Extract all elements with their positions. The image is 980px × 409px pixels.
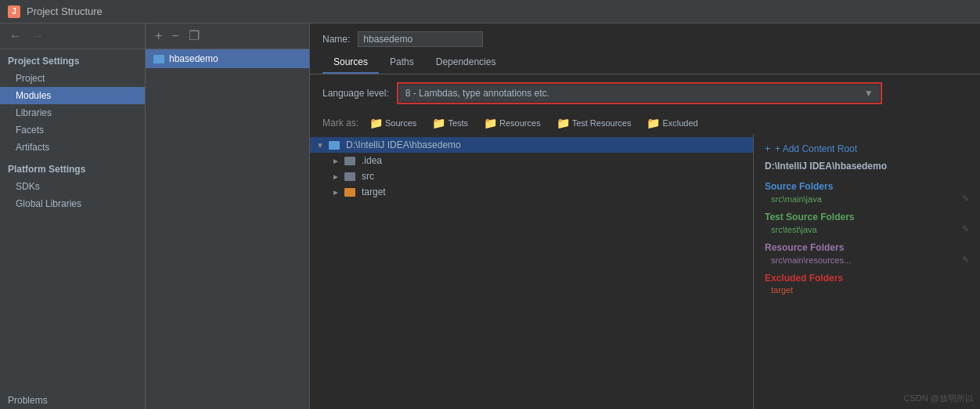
sidebar: ← → Project Settings Project Modules Lib… [0, 24, 146, 409]
app-icon: J [8, 5, 20, 18]
nav-forward-button[interactable]: → [28, 28, 47, 44]
title-bar: J Project Structure [0, 0, 980, 24]
sidebar-item-global-libraries[interactable]: Global Libraries [0, 195, 145, 212]
language-level-selector[interactable]: 8 - Lambdas, type annotations etc. ▼ [397, 82, 882, 104]
folder-src-icon [344, 172, 355, 181]
tree-item-target[interactable]: ► target [310, 184, 753, 200]
folder-target-icon [344, 188, 355, 197]
test-source-folders-title: Test Source Folders [765, 212, 969, 223]
nav-back-button[interactable]: ← [6, 28, 25, 44]
folder-idea-icon [344, 157, 355, 165]
excluded-path: target [765, 285, 969, 295]
module-entry[interactable]: hbasedemo [146, 49, 309, 68]
sidebar-nav: ← → [0, 24, 145, 49]
mark-sources-button[interactable]: 📁 Sources [365, 115, 421, 131]
resource-path: src\main\resources... ✎ [765, 255, 969, 265]
source-folders-path: src\main\java ✎ [765, 194, 969, 204]
module-panel: + − ❐ hbasedemo [146, 24, 310, 409]
copy-module-button[interactable]: ❐ [186, 28, 203, 44]
tabs-row: Sources Paths Dependencies [310, 52, 980, 74]
tree-item-idea[interactable]: ► .idea [310, 153, 753, 168]
folder-tests-icon: 📁 [432, 117, 445, 129]
folder-excluded-icon: 📁 [647, 117, 660, 129]
add-module-button[interactable]: + [152, 28, 165, 44]
mark-test-resources-button[interactable]: 📁 Test Resources [552, 115, 636, 131]
tree-item-root[interactable]: ▼ D:\IntelliJ IDEA\hbasedemo [310, 137, 753, 153]
info-root-path: D:\IntelliJ IDEA\hbasedemo [765, 161, 969, 172]
source-tree: ▼ D:\IntelliJ IDEA\hbasedemo ► .idea [310, 134, 753, 409]
remove-module-button[interactable]: − [168, 28, 182, 44]
sidebar-item-project[interactable]: Project [0, 70, 145, 87]
test-source-path: src\test\java ✎ [765, 224, 969, 234]
name-label: Name: [322, 34, 350, 45]
tab-sources[interactable]: Sources [322, 52, 379, 74]
dropdown-chevron-icon: ▼ [864, 88, 874, 99]
module-name: hbasedemo [169, 53, 218, 64]
folder-root-icon [329, 141, 340, 150]
module-folder-icon [153, 55, 164, 63]
mark-tests-button[interactable]: 📁 Tests [427, 115, 473, 131]
sidebar-item-modules[interactable]: Modules [0, 87, 145, 104]
platform-settings-label: Platform Settings [0, 156, 145, 178]
tree-item-src[interactable]: ► src [310, 168, 753, 184]
name-row: Name: [310, 24, 980, 52]
add-content-root-button[interactable]: + + Add Content Root [765, 142, 969, 156]
language-level-label: Language level: [322, 88, 389, 99]
folder-resources-icon: 📁 [484, 117, 497, 129]
project-settings-label: Project Settings [0, 49, 145, 70]
watermark: CSDN @放明所以 [904, 393, 974, 404]
folder-sources-icon: 📁 [369, 117, 383, 129]
edit-test-icon[interactable]: ✎ [962, 224, 969, 234]
mark-resources-button[interactable]: 📁 Resources [479, 115, 546, 131]
sidebar-item-sdks[interactable]: SDKs [0, 178, 145, 195]
module-toolbar: + − ❐ [146, 24, 309, 49]
tab-dependencies[interactable]: Dependencies [425, 52, 507, 74]
source-folders-title: Source Folders [765, 181, 969, 192]
excluded-folders-title: Excluded Folders [765, 273, 969, 284]
mark-as-label: Mark as: [322, 118, 358, 128]
edit-resource-icon[interactable]: ✎ [962, 255, 969, 265]
mark-as-row: Mark as: 📁 Sources 📁 Tests 📁 Resources [310, 112, 980, 134]
name-input[interactable] [358, 31, 483, 47]
info-panel: + + Add Content Root D:\IntelliJ IDEA\hb… [753, 134, 980, 409]
folder-test-resources-icon: 📁 [557, 117, 570, 129]
details-panel: Name: Sources Paths Dependencies [310, 24, 980, 409]
sidebar-item-facets[interactable]: Facets [0, 121, 145, 139]
sidebar-item-problems[interactable]: Problems [0, 389, 145, 409]
language-level-row: Language level: 8 - Lambdas, type annota… [310, 74, 980, 112]
sidebar-item-libraries[interactable]: Libraries [0, 104, 145, 121]
mark-excluded-button[interactable]: 📁 Excluded [642, 115, 702, 131]
edit-source-icon[interactable]: ✎ [962, 194, 969, 204]
sidebar-item-artifacts[interactable]: Artifacts [0, 139, 145, 156]
app-title: Project Structure [27, 5, 103, 17]
resource-folders-title: Resource Folders [765, 242, 969, 253]
tab-paths[interactable]: Paths [379, 52, 425, 74]
